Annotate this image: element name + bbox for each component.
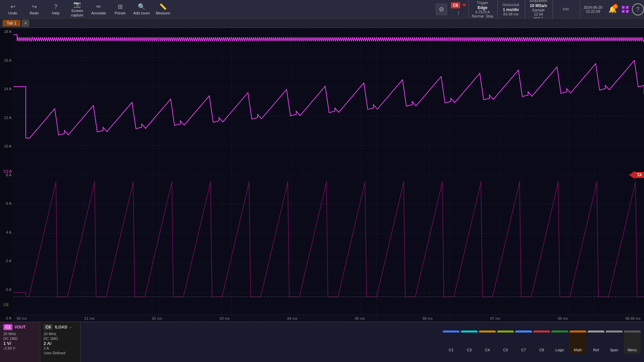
c2-label: VOUT — [14, 325, 25, 329]
c6-info-block[interactable]: C6 ILOAD − 20 MHz DC 1MΩ 2 A/ 2 A User-D… — [40, 322, 80, 362]
time-label-80ms: 80 ms — [17, 316, 27, 320]
acquisition-sample-rate[interactable]: 10 MSa/s — [530, 3, 547, 8]
ta-marker[interactable]: TA — [629, 171, 644, 179]
c2-coupling: DC 1MΩ — [3, 337, 37, 341]
y-label-18a: 18 A — [1, 29, 13, 34]
acquisition-mode: Sample — [532, 8, 545, 12]
c3-color-bar — [461, 330, 478, 333]
c4-color-bar — [479, 330, 496, 333]
date-display: 2024-06-20 — [584, 5, 602, 9]
camera-icon: 📷 — [73, 1, 81, 8]
trigger-modes: Normal Stop — [472, 14, 493, 18]
c6-label: ILOAD — [55, 325, 67, 329]
c6-sep: − — [69, 325, 72, 329]
c7-channel-button[interactable]: C7 — [515, 330, 532, 354]
help-circle-button[interactable]: ? — [632, 3, 644, 15]
c6-trigger-badge[interactable]: C6 — [451, 2, 460, 8]
trigger-dropdown-arrow[interactable] — [462, 4, 466, 7]
ta-arrow-icon — [629, 171, 635, 179]
annotate-icon: ✏ — [96, 3, 101, 10]
screen-capture-button[interactable]: 📷 Screencapture — [67, 1, 87, 17]
time-label-8868ms: 88.68 ms — [626, 316, 641, 320]
trigger-title: Trigger — [477, 1, 488, 5]
measure-label: Measure — [156, 11, 170, 15]
math-channel-button[interactable]: Math — [570, 330, 586, 354]
tab-1-label: Tab 1 — [7, 21, 16, 25]
time-label-82ms: 82 ms — [152, 316, 162, 320]
help-button[interactable]: ? Help — [46, 1, 66, 17]
tab-1[interactable]: Tab 1 — [3, 20, 20, 26]
c6-coupling: DC 1MΩ — [44, 337, 77, 341]
time-label-88ms: 88 ms — [558, 316, 568, 320]
add-tab-button[interactable]: + — [22, 19, 29, 27]
undo-icon: ↩ — [10, 3, 15, 10]
screen-capture-label: Screencapture — [71, 9, 84, 17]
tab-bar: Tab 1 + — [0, 18, 644, 28]
y-label-4a: 4 A — [1, 230, 13, 234]
svg-rect-3 — [626, 10, 629, 13]
spec-channel-button[interactable]: Spec — [606, 330, 623, 354]
scope-area: 18 A 16 A 14 A 12 A 10 A 8 A 6 A 4 A 2 A… — [0, 28, 644, 322]
horizontal-title: Horizontal — [502, 3, 519, 7]
c2-channel-label: C2 A — [3, 169, 13, 174]
c6-user-defined: User-Defined — [44, 351, 77, 355]
pattern-button[interactable] — [619, 3, 631, 15]
redo-button[interactable]: ↪ Redo — [24, 1, 44, 17]
logic-channel-button[interactable]: Logic — [551, 330, 568, 354]
info-title: Info — [563, 7, 569, 11]
undo-label: Undo — [8, 11, 17, 15]
pattern-icon — [621, 5, 629, 13]
c2-info-block[interactable]: C2 VOUT 20 MHz DC 1MΩ 1 V/ -2.99 V — [0, 322, 40, 362]
c6-scale: 2 A/ — [44, 341, 77, 346]
c3-channel-button[interactable]: C3 — [461, 330, 478, 354]
c8-color-bar — [533, 330, 550, 333]
undo-button[interactable]: ↩ Undo — [3, 1, 23, 17]
c7-color-bar — [515, 330, 532, 333]
redo-label: Redo — [30, 11, 39, 15]
notification-button[interactable]: 🔔 1 — [606, 3, 619, 15]
time-label-85ms: 85 ms — [355, 316, 365, 320]
ta-label: TA — [635, 172, 644, 178]
acquisition-bits: 12 bit — [534, 12, 543, 16]
ref-color-bar — [588, 330, 604, 333]
c4-channel-button[interactable]: C4 — [479, 330, 496, 354]
time-label-87ms: 87 ms — [490, 316, 500, 320]
horizontal-time-div[interactable]: 1 ms/div — [503, 7, 519, 12]
toolbar: ↩ Undo ↪ Redo ? Help 📷 Screencapture ✏ A… — [0, 0, 644, 18]
preset-label: Preset — [115, 11, 125, 15]
c5-color-bar — [497, 330, 514, 333]
horizontal-time-val: 83.68 ms — [503, 12, 519, 16]
y-label-0a: 0 A — [1, 288, 13, 292]
y-label-minus2a: -2 A — [1, 316, 13, 320]
y-label-16a: 16 A — [1, 58, 13, 62]
y-label-12a: 12 A — [1, 116, 13, 120]
svg-rect-1 — [626, 6, 629, 9]
add-zoom-button[interactable]: 🔍 Add zoom — [131, 1, 152, 17]
c2-badge: C2 — [3, 324, 12, 330]
c6-offset: 2 A — [44, 346, 77, 350]
y-label-6a: 6 A — [1, 201, 13, 205]
annotate-button[interactable]: ✏ Annotate — [89, 1, 109, 17]
menu-channel-button[interactable]: Menu — [624, 330, 641, 354]
c8-channel-button[interactable]: C8 — [533, 330, 550, 354]
c6-channel-label: C6 — [3, 302, 9, 307]
c5-channel-button[interactable]: C5 — [497, 330, 514, 354]
channel-buttons: C1 C3 C4 C5 C7 C8 Logic Math — [80, 322, 644, 362]
settings-button[interactable]: ⚙ — [435, 3, 447, 15]
measure-icon: 📏 — [159, 3, 167, 10]
ref-channel-button[interactable]: Ref — [588, 330, 604, 354]
time-label-84ms: 84 ms — [287, 316, 298, 320]
time-label-83ms: 83 ms — [220, 316, 230, 320]
trigger-mode[interactable]: Edge — [478, 5, 487, 10]
bottom-bar: C2 VOUT 20 MHz DC 1MΩ 1 V/ -2.99 V C6 IL… — [0, 322, 644, 362]
c2-scale: 1 V/ — [3, 341, 37, 346]
spec-color-bar — [606, 330, 623, 333]
zoom-icon: 🔍 — [138, 3, 145, 10]
menu-color-bar — [624, 330, 641, 333]
preset-button[interactable]: ⊞ Preset — [110, 1, 130, 17]
measure-button[interactable]: 📏 Measure — [153, 1, 173, 17]
toolbar-right: ⚙ C6 ↕ Trigger Edge 4.7578 A Normal Stop… — [435, 0, 644, 18]
c1-channel-button[interactable]: C1 — [443, 330, 460, 354]
y-label-10a: 10 A — [1, 144, 13, 148]
trigger-section: Trigger Edge 4.7578 A Normal Stop — [468, 0, 497, 18]
